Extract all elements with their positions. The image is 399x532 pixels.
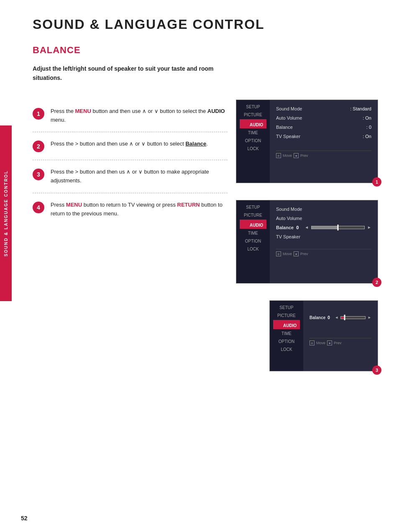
menu-item-time-1: TIME bbox=[245, 129, 261, 136]
tv-menu-1-left: SETUP PICTURE AUDIO TIME OPTION LOCK bbox=[236, 100, 270, 183]
tv-speaker-label-1: TV Speaker bbox=[276, 134, 300, 139]
step-4-text: Press MENU button to return to TV viewin… bbox=[51, 201, 228, 218]
prev-icon-3: ■ bbox=[327, 340, 332, 345]
balance-label-2: Balance bbox=[276, 225, 294, 230]
move-icon-2: ⊕ bbox=[276, 251, 281, 256]
prev-icon-1: ■ bbox=[294, 153, 299, 158]
sound-mode-label-2: Sound Mode bbox=[276, 207, 302, 212]
balance-slider-fill-2 bbox=[312, 226, 338, 229]
menu-item-setup-3: SETUP bbox=[276, 304, 297, 311]
step-3-text: Press the > button and then us ∧ or ∨ bu… bbox=[51, 168, 228, 185]
tv-menu-3-left: SETUP PICTURE AUDIO TIME OPTION LOCK bbox=[270, 301, 303, 371]
prev-text-2: Prev bbox=[300, 252, 308, 256]
menu-item-setup-2: SETUP bbox=[243, 204, 263, 211]
menu-item-setup-1: SETUP bbox=[243, 103, 263, 110]
sound-mode-value-1: : Standard bbox=[350, 106, 371, 111]
move-text-1: Move bbox=[283, 153, 292, 158]
step-2-circle: 2 bbox=[33, 141, 44, 152]
menu-item-audio-3: AUDIO bbox=[273, 320, 300, 329]
prev-icon-2: ■ bbox=[294, 251, 299, 256]
page-number: 52 bbox=[21, 515, 28, 522]
menu-item-audio-1: AUDIO bbox=[240, 119, 267, 128]
tv-menu-1: SETUP PICTURE AUDIO TIME OPTION LOCK Sou… bbox=[236, 100, 378, 183]
step-3: 3 Press the > button and then us ∧ or ∨ … bbox=[33, 160, 228, 193]
menu-item-time-3: TIME bbox=[278, 330, 295, 337]
menu-item-lock-3: LOCK bbox=[277, 346, 295, 353]
step-1: 1 Press the MENU button and then use ∧ o… bbox=[33, 100, 228, 133]
balance-num-2: 0 bbox=[296, 225, 302, 230]
balance-arrow-right-3: ► bbox=[368, 315, 371, 320]
balance-slider-2 bbox=[311, 226, 365, 229]
step-1-audio-word: AUDIO bbox=[207, 108, 225, 114]
balance-label-1: Balance bbox=[276, 125, 293, 130]
tv-menu-3: SETUP PICTURE AUDIO TIME OPTION LOCK bbox=[269, 300, 378, 371]
side-tab: SOUND & LANGUAGE CONTROL bbox=[0, 125, 12, 301]
tv-row-balance-3: Balance 0 ◄ ► bbox=[309, 313, 371, 322]
audio-icon-1 bbox=[243, 120, 249, 126]
menu-item-option-3: OPTION bbox=[275, 338, 298, 345]
step-1-menu-word: MENU bbox=[75, 108, 91, 114]
tv-menu-2: SETUP PICTURE AUDIO TIME OPTION LOCK Sou… bbox=[236, 200, 378, 284]
audio-icon-2 bbox=[243, 221, 249, 227]
tv-row-auto-volume-1: Auto Volume : On bbox=[276, 113, 371, 123]
prev-text-3: Prev bbox=[334, 341, 342, 345]
step-4-circle: 4 bbox=[33, 202, 44, 213]
menu-item-picture-3: PICTURE bbox=[274, 312, 299, 319]
prev-text-1: Prev bbox=[300, 153, 308, 158]
menu-item-picture-1: PICTURE bbox=[240, 111, 266, 118]
audio-icon-3 bbox=[276, 321, 282, 327]
tv-speaker-value-1: : On bbox=[363, 134, 371, 139]
tv-row-balance-3-container: Balance 0 ◄ ► bbox=[309, 313, 371, 322]
balance-value-1: : 0 bbox=[366, 125, 371, 130]
tv-row-tv-speaker-2: TV Speaker bbox=[276, 232, 371, 241]
side-tab-label: SOUND & LANGUAGE CONTROL bbox=[4, 170, 8, 256]
auto-volume-label-2: Auto Volume bbox=[276, 216, 302, 221]
tv-row-tv-speaker-1: TV Speaker : On bbox=[276, 132, 371, 141]
section-description: Adjust the left/right sound of speaker t… bbox=[33, 64, 242, 83]
steps-column: 1 Press the MENU button and then use ∧ o… bbox=[33, 100, 228, 226]
step-4: 4 Press MENU button to return to TV view… bbox=[33, 193, 228, 226]
tv-row-balance-1: Balance : 0 bbox=[276, 123, 371, 132]
menu-item-audio-2: AUDIO bbox=[240, 220, 267, 229]
page-title: SOUND & LANGUAGE CONTROL bbox=[33, 17, 378, 32]
screenshot-1: SETUP PICTURE AUDIO TIME OPTION LOCK Sou… bbox=[236, 100, 378, 183]
move-icon-3: ⊕ bbox=[309, 340, 315, 345]
balance-slider-thumb-2 bbox=[338, 225, 339, 230]
step-2-balance-word: Balance bbox=[185, 141, 206, 147]
move-text-3: Move bbox=[316, 341, 325, 345]
step-3-circle: 3 bbox=[33, 169, 44, 180]
step-4-menu-word: MENU bbox=[66, 202, 82, 208]
menu-item-option-1: OPTION bbox=[242, 137, 264, 144]
screenshots-column: SETUP PICTURE AUDIO TIME OPTION LOCK Sou… bbox=[236, 100, 378, 376]
balance-arrow-right-2: ► bbox=[367, 225, 371, 230]
screenshot-num-3: 3 bbox=[372, 366, 381, 375]
move-icon-1: ⊕ bbox=[276, 153, 281, 158]
tv-menu-2-left: SETUP PICTURE AUDIO TIME OPTION LOCK bbox=[236, 200, 270, 283]
tv-row-balance-2: Balance 0 ◄ ► bbox=[276, 223, 371, 232]
menu-item-option-2: OPTION bbox=[242, 238, 264, 245]
step-1-text: Press the MENU button and then use ∧ or … bbox=[51, 107, 228, 125]
balance-arrow-left-2: ◄ bbox=[304, 225, 309, 230]
step-1-circle: 1 bbox=[33, 108, 44, 120]
menu-item-lock-2: LOCK bbox=[244, 246, 262, 253]
section-title: BALANCE bbox=[33, 45, 378, 56]
menu-item-picture-2: PICTURE bbox=[240, 212, 266, 219]
auto-volume-label-1: Auto Volume bbox=[276, 115, 302, 120]
tv-row-auto-volume-2: Auto Volume bbox=[276, 214, 371, 223]
auto-volume-value-1: : On bbox=[363, 115, 371, 120]
menu-item-time-2: TIME bbox=[245, 230, 261, 237]
screenshot-num-1: 1 bbox=[372, 177, 381, 187]
balance-label-3: Balance bbox=[309, 315, 325, 320]
tv-menu-3-right: Balance 0 ◄ ► bbox=[303, 301, 378, 371]
step-4-return-word: RETURN bbox=[177, 202, 200, 208]
screenshot-num-2: 2 bbox=[372, 278, 381, 287]
balance-slider-3 bbox=[340, 316, 366, 319]
menu-item-lock-1: LOCK bbox=[244, 145, 262, 152]
tv-footer-3: ⊕ Move ■ Prev bbox=[309, 338, 371, 345]
tv-row-sound-mode-2: Sound Mode bbox=[276, 205, 371, 214]
balance-num-3: 0 bbox=[327, 315, 332, 320]
tv-footer-1: ⊕ Move ■ Prev bbox=[276, 151, 371, 158]
balance-arrow-left-3: ◄ bbox=[335, 315, 338, 320]
screenshot-3: SETUP PICTURE AUDIO TIME OPTION LOCK bbox=[269, 300, 378, 371]
screenshot-2: SETUP PICTURE AUDIO TIME OPTION LOCK Sou… bbox=[236, 200, 378, 284]
